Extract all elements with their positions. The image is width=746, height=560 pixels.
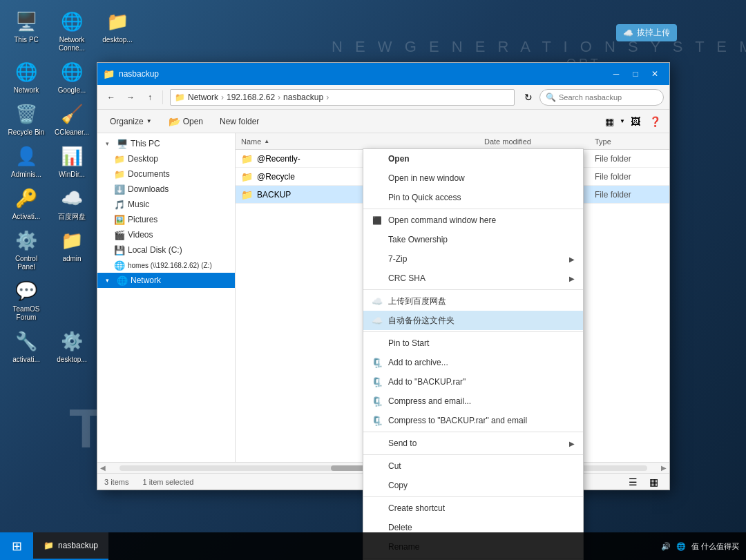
sidebar-item-music[interactable]: 🎵 Music xyxy=(97,197,235,212)
ctx-open-new-window[interactable]: Open in new window xyxy=(363,168,583,188)
file-list-header: Name ▲ Date modified Type xyxy=(236,133,669,150)
start-button[interactable]: ⊞ xyxy=(0,532,33,560)
ctx-copy[interactable]: Copy xyxy=(363,476,583,495)
recently-icon: 📁 xyxy=(241,153,253,164)
selected-count: 1 item selected xyxy=(142,478,193,486)
ctx-compress-email[interactable]: 🗜️ Compress and email... xyxy=(363,392,583,411)
ctx-7zip[interactable]: 7-Zip ▶ xyxy=(363,249,583,269)
help-button[interactable]: ❓ xyxy=(646,113,664,131)
view-dropdown-icon: ▼ xyxy=(620,118,625,124)
this-pc-label: This PC xyxy=(131,139,160,148)
desktop-icon-admin[interactable]: 👤 Adminis... xyxy=(6,142,47,181)
desktop-icon-teamos[interactable]: 💬 TeamOS Forum xyxy=(6,276,47,324)
breadcrumb-part2[interactable]: 192.168.2.62 xyxy=(227,93,275,102)
view-controls: ▦ ▼ 🖼 ❓ xyxy=(600,113,664,131)
ctx-create-shortcut[interactable]: Create shortcut xyxy=(363,499,583,518)
desktop-icon-network[interactable]: 🌐 Network xyxy=(6,57,47,97)
desktop-icon-activate[interactable]: 🔑 Activati... xyxy=(6,184,47,223)
refresh-button[interactable]: ↻ xyxy=(520,89,537,106)
sidebar-item-documents[interactable]: 📁 Documents xyxy=(97,166,235,182)
icon-view-button[interactable]: ▦ xyxy=(644,473,662,491)
desktop-icon-baidu[interactable]: ☁️ 百度网盘 xyxy=(51,184,93,223)
forward-button[interactable]: → xyxy=(122,89,139,106)
desktop-icon-windir[interactable]: 📊 WinDir... xyxy=(51,142,93,181)
desktop-icon-network-conn[interactable]: 🌐 NetworkConne... xyxy=(51,7,93,55)
activati2-label: activati... xyxy=(12,356,39,364)
sidebar-item-desktop[interactable]: 📁 Desktop xyxy=(97,151,235,166)
ctx-pin-start[interactable]: Pin to Start xyxy=(363,334,583,353)
sidebar-item-downloads[interactable]: ⬇️ Downloads xyxy=(97,182,235,197)
preview-button[interactable]: 🖼 xyxy=(627,113,644,131)
desktop-icon-ccleaner[interactable]: 🧹 CCleaner... xyxy=(51,99,93,139)
desktop-icon-desktop2[interactable]: ⚙️ desktop... xyxy=(51,327,93,366)
col-type-header[interactable]: Type xyxy=(595,137,664,146)
search-bar[interactable]: 🔍 xyxy=(539,89,664,106)
network-conn-icon: 🌐 xyxy=(59,9,84,34)
ctx-crcsha[interactable]: CRC SHA ▶ xyxy=(363,269,583,288)
ctx-new-window-label: Open in new window xyxy=(388,173,575,183)
network-label: Network xyxy=(14,86,39,95)
col-date-header[interactable]: Date modified xyxy=(484,137,595,146)
desktop-icon-google[interactable]: 🌐 Google... xyxy=(51,57,93,97)
up-button[interactable]: ↑ xyxy=(142,89,158,106)
upload-badge[interactable]: ☁️ 拔掉上传 xyxy=(616,24,677,41)
sidebar-item-network[interactable]: ▾ 🌐 Network xyxy=(97,273,235,288)
music-label: Music xyxy=(128,200,149,209)
baidu-label: 百度网盘 xyxy=(58,213,86,221)
breadcrumb-part3[interactable]: nasbackup xyxy=(283,93,323,102)
scroll-right-btn[interactable]: ▶ xyxy=(658,464,669,472)
maximize-button[interactable]: □ xyxy=(627,66,644,82)
taskbar-window-nasbackup[interactable]: 📁 nasbackup xyxy=(33,532,108,560)
admin-folder-icon: 📁 xyxy=(59,228,84,253)
desktop-icon-desktop-link[interactable]: 📁 desktop... xyxy=(97,7,138,55)
sidebar-item-this-pc[interactable]: ▾ 🖥️ This PC xyxy=(97,136,235,151)
desktop-icon-recycle[interactable]: 🗑️ Recycle Bin xyxy=(6,99,47,139)
desktop-icon-control[interactable]: ⚙️ Control Panel xyxy=(6,226,47,273)
ctx-rar-email-icon: 🗜️ xyxy=(372,416,383,426)
items-count: 3 items xyxy=(104,478,128,486)
scroll-left-btn[interactable]: ◀ xyxy=(97,464,108,472)
desktop-icon-this-pc[interactable]: 🖥️ This PC xyxy=(6,7,47,55)
sidebar-item-local-disk[interactable]: 💾 Local Disk (C:) xyxy=(97,242,235,258)
desktop-tree-label: Desktop xyxy=(128,154,158,164)
google-label: Google... xyxy=(58,86,86,95)
organize-menu[interactable]: Organize ▼ xyxy=(103,113,159,131)
ctx-open[interactable]: Open xyxy=(363,149,583,168)
ctx-send-to[interactable]: Send to ▶ xyxy=(363,434,583,453)
view-toggle-button[interactable]: ▦ xyxy=(600,113,618,131)
recycle-icon: 🗑️ xyxy=(14,102,39,126)
ctx-add-rar[interactable]: 🗜️ Add to "BACKUP.rar" xyxy=(363,372,583,392)
close-button[interactable]: ✕ xyxy=(646,66,664,82)
search-icon: 🔍 xyxy=(546,93,556,102)
detail-view-button[interactable]: ☰ xyxy=(624,473,642,491)
ctx-open-cmd[interactable]: ⬛ Open command window here xyxy=(363,211,583,230)
sidebar-item-homes[interactable]: 🌐 homes (\\192.168.2.62) (Z:) xyxy=(97,258,235,273)
ctx-pin-quick[interactable]: Pin to Quick access xyxy=(363,188,583,207)
downloads-icon: ⬇️ xyxy=(114,184,125,195)
downloads-label: Downloads xyxy=(128,184,169,194)
title-bar-title: nasbackup xyxy=(119,69,607,79)
breadcrumb-part1[interactable]: Network xyxy=(188,93,218,102)
minimize-button[interactable]: ─ xyxy=(607,66,625,82)
ctx-auto-backup[interactable]: ☁️ 自动备份这文件夹 xyxy=(363,311,583,330)
sidebar-item-pictures[interactable]: 🖼️ Pictures xyxy=(97,212,235,227)
windows-logo-icon: ⊞ xyxy=(12,539,22,554)
desktop-icon-activati2[interactable]: 🔧 activati... xyxy=(6,327,47,366)
new-folder-menu[interactable]: New folder xyxy=(213,113,266,131)
sidebar-item-videos[interactable]: 🎬 Videos xyxy=(97,227,235,242)
ctx-upload-baidu[interactable]: ☁️ 上传到百度网盘 xyxy=(363,291,583,311)
ctx-auto-backup-label: 自动备份这文件夹 xyxy=(388,315,575,327)
ctx-pin-start-label: Pin to Start xyxy=(388,338,575,348)
open-menu[interactable]: 📂 Open xyxy=(162,113,210,131)
back-button[interactable]: ← xyxy=(103,89,119,106)
col-name-header[interactable]: Name ▲ xyxy=(241,137,484,146)
desktop-icon-admin-folder[interactable]: 📁 admin xyxy=(51,226,93,273)
ctx-ownership[interactable]: Take Ownership xyxy=(363,230,583,249)
this-pc-icon: 🖥️ xyxy=(14,9,39,34)
ctx-add-archive[interactable]: 🗜️ Add to archive... xyxy=(363,353,583,372)
search-input[interactable] xyxy=(559,93,656,102)
address-bar[interactable]: 📁 Network › 192.168.2.62 › nasbackup › xyxy=(170,89,515,106)
ctx-compress-email-label: Compress and email... xyxy=(388,396,575,406)
ctx-compress-rar-email[interactable]: 🗜️ Compress to "BACKUP.rar" and email xyxy=(363,411,583,430)
ctx-cut[interactable]: Cut xyxy=(363,456,583,476)
